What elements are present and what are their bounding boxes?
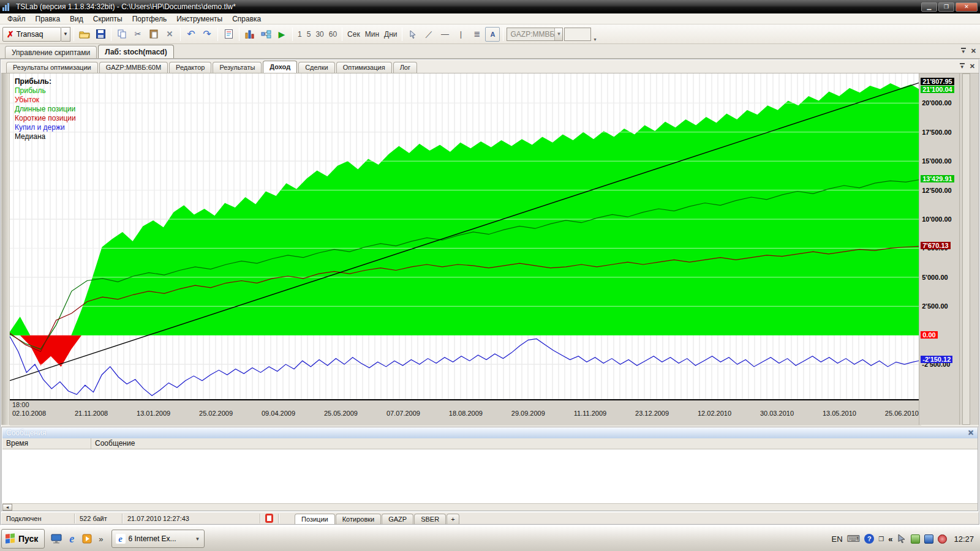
maximize-button[interactable]: ❐ [938, 2, 954, 12]
status-tab-Котировки[interactable]: Котировки [336, 514, 382, 524]
tray-chevron-icon[interactable]: « [888, 534, 892, 544]
language-indicator[interactable]: EN [832, 534, 843, 544]
taskbar-dropdown-icon[interactable]: ▼ [195, 536, 200, 542]
tabstrip-dock-icon[interactable]: ▼ [961, 48, 966, 54]
vline-tool-button[interactable]: | [453, 27, 468, 42]
unit-day-button[interactable]: Дни [382, 30, 399, 39]
date-label: 09.04.2009 [262, 410, 295, 417]
lab-tab-Доход[interactable]: Доход [263, 61, 297, 73]
status-tab-GAZP[interactable]: GAZP [382, 514, 413, 524]
pointer-tray-icon[interactable] [897, 533, 907, 545]
open-file-button[interactable] [77, 27, 92, 42]
interval-box[interactable] [564, 28, 591, 41]
messages-col-time[interactable]: Время [2, 438, 91, 449]
redo-button[interactable]: ↷ [200, 27, 214, 42]
status-bar: Подключен 522 байт 21.07.2010 12:27:43 П… [1, 512, 979, 524]
price-axis[interactable]: 20'000.0017'500.0015'000.0012'500.0010'0… [919, 73, 959, 425]
lab-tab-Лог[interactable]: Лог [393, 62, 417, 73]
delete-button[interactable]: ✕ [162, 27, 177, 42]
menu-item-Вид[interactable]: Вид [65, 14, 88, 24]
taskbar-button[interactable]: e6 Internet Ex...▼ [111, 530, 205, 548]
timeframe-1-button[interactable]: 1 [296, 30, 304, 39]
menu-item-Скрипты[interactable]: Скрипты [88, 14, 127, 24]
messages-close-icon[interactable]: ✕ [968, 429, 974, 437]
unit-min-button[interactable]: Мин [363, 30, 381, 39]
hline-tool-button[interactable]: — [437, 27, 452, 42]
lab-tab-Результаты оптимизации[interactable]: Результаты оптимизации [6, 62, 98, 73]
pointer-tool-button[interactable] [405, 27, 420, 42]
chart-right-scrollbar[interactable] [959, 73, 979, 425]
media-player-icon[interactable] [81, 533, 93, 545]
unit-sec-button[interactable]: Сек [345, 30, 362, 39]
status-tab-+[interactable]: + [447, 514, 459, 524]
show-desktop-icon[interactable] [50, 533, 62, 545]
script-button[interactable] [221, 27, 236, 42]
help-tray-icon[interactable]: ? [864, 534, 874, 544]
messages-scrollbar[interactable]: ◄ [2, 503, 978, 511]
levels-tool-button[interactable]: ≣ [469, 27, 484, 42]
menu-item-Правка[interactable]: Правка [31, 14, 66, 24]
timeframe-60-button[interactable]: 60 [327, 30, 339, 39]
undo-button[interactable]: ↶ [184, 27, 198, 42]
messages-list[interactable] [2, 449, 978, 503]
windows-taskbar: Пуск e » e6 Internet Ex...▼ EN ⌨ ? ❐ « 1… [0, 525, 980, 551]
tabstrip-close-icon[interactable]: ✕ [971, 47, 976, 55]
copy-button[interactable] [115, 27, 129, 42]
lab-tabstrip-dock-icon[interactable]: ▼ [960, 63, 965, 70]
transaq-button[interactable]: ✗ Transaq [2, 27, 61, 42]
axis-time-label: 18:00 [12, 401, 919, 408]
run-button[interactable]: ▶ [274, 27, 289, 42]
line-tool-button[interactable]: ／ [421, 27, 436, 42]
chart-left-splitter[interactable] [1, 73, 10, 425]
timeframe-5-button[interactable]: 5 [305, 30, 313, 39]
copy-icon [118, 29, 127, 39]
paste-button[interactable] [146, 27, 161, 42]
keyboard-icon[interactable]: ⌨ [847, 533, 861, 544]
start-button[interactable]: Пуск [1, 529, 45, 549]
symbol-combobox-arrow[interactable]: ▼ [554, 28, 562, 40]
strategy-button[interactable] [258, 27, 273, 42]
lab-tab-Редактор[interactable]: Редактор [169, 62, 211, 73]
menu-item-Файл[interactable]: Файл [2, 14, 31, 24]
legend-item: Прибыль: [15, 77, 76, 86]
symbol-combobox[interactable]: GAZP:ММВБ ▼ [507, 28, 563, 41]
lab-tab-GAZP:ММВБ:60М[interactable]: GAZP:ММВБ:60М [99, 62, 168, 73]
status-tab-SBER[interactable]: SBER [414, 514, 446, 524]
toolbar-overflow-arrow[interactable]: ▾ [594, 37, 596, 43]
lab-tabstrip-close-icon[interactable]: ✕ [970, 62, 975, 70]
timeframe-30-button[interactable]: 30 [314, 30, 325, 39]
axis-value-tag: 21'100.04 [921, 86, 954, 93]
status-tab-Позиции[interactable]: Позиции [295, 514, 335, 524]
lab-tabstrip: ▼ ✕ Результаты оптимизацииGAZP:ММВБ:60МР… [1, 60, 979, 73]
close-button[interactable]: ✕ [956, 2, 978, 12]
lab-tab-Оптимизация[interactable]: Оптимизация [336, 62, 392, 73]
status-tabs: ПозицииКотировкиGAZPSBER+ [279, 512, 459, 524]
messages-column-headers: Время Сообщение [2, 438, 978, 449]
axis-value-tag: 21'807.95 [921, 78, 954, 85]
menu-item-Портфель[interactable]: Портфель [127, 14, 172, 24]
date-label: 11.11.2009 [574, 410, 606, 417]
menu-item-Инструменты[interactable]: Инструменты [172, 14, 227, 24]
transaq-dropdown-arrow[interactable]: ▼ [61, 27, 70, 42]
text-tool-button[interactable]: A [485, 27, 500, 42]
lab-tab-Сделки[interactable]: Сделки [298, 62, 335, 73]
lab-tab-Результаты[interactable]: Результаты [213, 62, 262, 73]
messages-col-message[interactable]: Сообщение [91, 439, 135, 448]
menu-item-Справка[interactable]: Справка [227, 14, 266, 24]
quick-launch-chevron[interactable]: » [96, 534, 105, 544]
minimize-button[interactable]: ▁ [921, 2, 937, 12]
network-tray-icon[interactable] [924, 534, 933, 544]
antivirus-tray-icon[interactable] [911, 534, 920, 544]
display-tray-icon[interactable]: ❐ [878, 536, 884, 542]
cut-button[interactable]: ✂ [130, 27, 145, 42]
chart-button[interactable] [243, 27, 257, 42]
tab-script-management[interactable]: Управление скриптами [5, 46, 97, 58]
tab-lab-stoch-macd[interactable]: Лаб: stoch(macd) [98, 45, 173, 58]
internet-explorer-icon[interactable]: e [66, 533, 78, 545]
script-icon [225, 29, 233, 39]
scroll-left-arrow-icon[interactable]: ◄ [2, 504, 12, 511]
date-label: 25.06.2010 [885, 410, 919, 417]
volume-muted-tray-icon[interactable] [938, 534, 947, 544]
save-button[interactable] [93, 27, 108, 42]
profit-chart[interactable]: Прибыль:ПрибыльУбытокДлинные позицииКоро… [10, 73, 919, 425]
